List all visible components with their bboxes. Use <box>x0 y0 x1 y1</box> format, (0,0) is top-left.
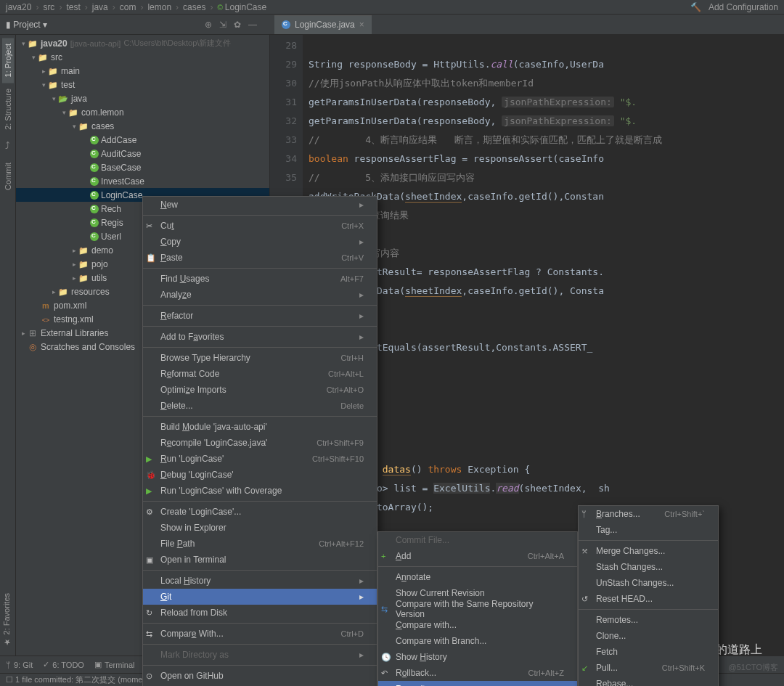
menu-refactor[interactable]: Refactor▸ <box>143 308 377 324</box>
merge-icon: ⤲ <box>581 547 588 556</box>
info-icon: ☐ <box>6 675 13 685</box>
menu-compare-with[interactable]: Compare with... <box>378 617 577 633</box>
menu-debug[interactable]: 🐞Debug 'LoginCase' <box>143 467 377 483</box>
menu-commit-file: Commit File... <box>378 532 577 548</box>
crumb[interactable]: lemon <box>147 2 171 12</box>
menu-rebase[interactable]: Rebase... <box>579 676 718 686</box>
tree-package[interactable]: ▾com.lemon <box>16 105 269 119</box>
tab-label: LoginCase.java <box>295 20 355 30</box>
menu-create-config[interactable]: ⚙Create 'LoginCase'... <box>143 504 377 520</box>
todo-tool-button[interactable]: ✓ 6: TODO <box>43 660 84 669</box>
project-tool-label[interactable]: ▮ Project ▾ <box>6 20 47 30</box>
menu-compare-repo[interactable]: ⇆Compare with the Same Repository Versio… <box>378 601 577 617</box>
menu-repository[interactable]: Repository▸ <box>378 681 577 686</box>
tree-root[interactable]: ▾java20[java-auto-api]C:\Users\blt\Deskt… <box>16 36 269 50</box>
crumb[interactable]: cases <box>183 2 205 12</box>
menu-build-module[interactable]: Build Module 'java-auto-api' <box>143 419 377 435</box>
menu-reset-head[interactable]: ↺Reset HEAD... <box>579 591 718 607</box>
menu-annotate[interactable]: Annotate <box>378 569 577 585</box>
crumb[interactable]: src <box>43 2 54 12</box>
menu-paste[interactable]: 📋PasteCtrl+V <box>143 250 377 266</box>
menu-git-add[interactable]: +AddCtrl+Alt+A <box>378 548 577 564</box>
menu-recompile[interactable]: Recompile 'LoginCase.java'Ctrl+Shift+F9 <box>143 435 377 451</box>
branch-icon: ᛘ <box>581 510 587 518</box>
add-configuration-button[interactable]: Add Configuration <box>709 2 778 12</box>
menu-optimize-imports[interactable]: Optimize ImportsCtrl+Alt+O <box>143 382 377 398</box>
menu-reload[interactable]: ↻Reload from Disk <box>143 605 377 621</box>
menu-compare-branch[interactable]: Compare with Branch... <box>378 633 577 649</box>
context-menu-main[interactable]: New▸ ✂CutCtrl+X Copy▸ 📋PasteCtrl+V Find … <box>142 196 377 686</box>
menu-rollback[interactable]: ↶Rollback...Ctrl+Alt+Z <box>378 665 577 681</box>
favorites-tool-tab[interactable]: ★ 2: Favorites <box>1 593 11 647</box>
context-menu-git[interactable]: Commit File... +AddCtrl+Alt+A Annotate S… <box>377 531 578 686</box>
crumb[interactable]: java <box>92 2 108 12</box>
menu-reformat[interactable]: Reformat CodeCtrl+Alt+L <box>143 366 377 382</box>
menu-clone[interactable]: Clone... <box>579 628 718 644</box>
crumb[interactable]: com <box>120 2 136 12</box>
context-menu-repository[interactable]: ᛘBranches...Ctrl+Shift+` Tag... ⤲Merge C… <box>578 505 719 686</box>
menu-show-history[interactable]: 🕓Show History <box>378 649 577 665</box>
add-icon: + <box>381 552 385 560</box>
github-icon: ⊙ <box>146 671 152 681</box>
crumb-class[interactable]: LoginCase <box>217 2 266 12</box>
tree-class[interactable]: AuditCase <box>16 147 269 160</box>
terminal-tool-button[interactable]: ▣ Terminal <box>94 660 135 669</box>
expand-icon[interactable]: ⇲ <box>219 20 226 30</box>
menu-file-path[interactable]: File PathCtrl+Alt+F12 <box>143 536 377 552</box>
menu-open-github[interactable]: ⊙Open on GitHub <box>143 668 377 684</box>
menu-git[interactable]: Git▸ <box>143 589 377 605</box>
tree-class[interactable]: InvestCase <box>16 174 269 188</box>
tree-folder[interactable]: ▾src <box>16 50 269 64</box>
menu-show-explorer[interactable]: Show in Explorer <box>143 520 377 536</box>
menu-run[interactable]: ▶Run 'LoginCase'Ctrl+Shift+F10 <box>143 451 377 467</box>
menu-analyze[interactable]: Analyze▸ <box>143 287 377 303</box>
class-icon <box>282 20 290 29</box>
crumb[interactable]: java20 <box>6 2 31 12</box>
menu-compare-with[interactable]: ⇆Compare With...Ctrl+D <box>143 626 377 642</box>
menu-find-usages[interactable]: Find UsagesAlt+F7 <box>143 271 377 287</box>
commit-tool-tab[interactable]: Commit <box>2 157 14 196</box>
menu-branches[interactable]: ᛘBranches...Ctrl+Shift+` <box>579 506 718 522</box>
menu-remotes[interactable]: Remotes... <box>579 612 718 628</box>
menu-merge[interactable]: ⤲Merge Changes... <box>579 543 718 559</box>
settings-icon[interactable]: ✿ <box>234 20 241 30</box>
menu-local-history[interactable]: Local History▸ <box>143 573 377 589</box>
project-tool-tab[interactable]: 1: Project <box>2 38 14 83</box>
tree-class[interactable]: AddCase <box>16 133 269 147</box>
tree-class[interactable]: BaseCase <box>16 160 269 174</box>
menu-copy[interactable]: Copy▸ <box>143 234 377 250</box>
menu-unstash[interactable]: UnStash Changes... <box>579 575 718 591</box>
menu-delete[interactable]: Delete...Delete <box>143 398 377 414</box>
toolbar: ▮ Project ▾ ⊕ ⇲ ✿ — LoginCase.java × <box>0 15 784 35</box>
paste-icon: 📋 <box>146 253 156 263</box>
menu-stash[interactable]: Stash Changes... <box>579 559 718 575</box>
locate-icon[interactable]: ⊕ <box>205 20 212 30</box>
menu-favorites[interactable]: Add to Favorites▸ <box>143 329 377 345</box>
crumb[interactable]: test <box>66 2 80 12</box>
editor-tab[interactable]: LoginCase.java × <box>274 15 372 34</box>
menu-mark-directory: Mark Directory as▸ <box>143 647 377 663</box>
tree-folder[interactable]: ▸main <box>16 64 269 78</box>
tree-folder[interactable]: ▾test <box>16 78 269 91</box>
coverage-icon: ▶ <box>146 486 152 496</box>
hide-icon[interactable]: — <box>248 20 257 30</box>
git-tool-button[interactable]: ᛘ 9: Git <box>6 661 33 669</box>
menu-tag[interactable]: Tag... <box>579 522 718 538</box>
breadcrumb: java20› src› test› java› com› lemon› cas… <box>0 0 784 15</box>
menu-fetch[interactable]: Fetch <box>579 644 718 660</box>
build-icon[interactable]: 🔨 <box>690 2 701 12</box>
menu-open-terminal[interactable]: ▣Open in Terminal <box>143 552 377 568</box>
close-icon[interactable]: × <box>359 20 364 30</box>
tree-package[interactable]: ▾cases <box>16 119 269 133</box>
menu-browse-hierarchy[interactable]: Browse Type HierarchyCtrl+H <box>143 350 377 366</box>
menu-coverage[interactable]: ▶Run 'LoginCase' with Coverage <box>143 483 377 499</box>
menu-cut[interactable]: ✂CutCtrl+X <box>143 218 377 234</box>
tree-folder[interactable]: ▾java <box>16 91 269 105</box>
create-icon: ⚙ <box>146 507 153 517</box>
menu-new[interactable]: New▸ <box>143 197 377 213</box>
pull-icon: ↙ <box>581 663 588 673</box>
menu-pull[interactable]: ↙Pull...Ctrl+Shift+K <box>579 660 718 676</box>
structure-tool-tab[interactable]: 2: Structure <box>2 83 14 136</box>
commit-tool-icon[interactable]: ⤴ <box>5 140 10 151</box>
terminal-icon: ▣ <box>146 555 153 565</box>
